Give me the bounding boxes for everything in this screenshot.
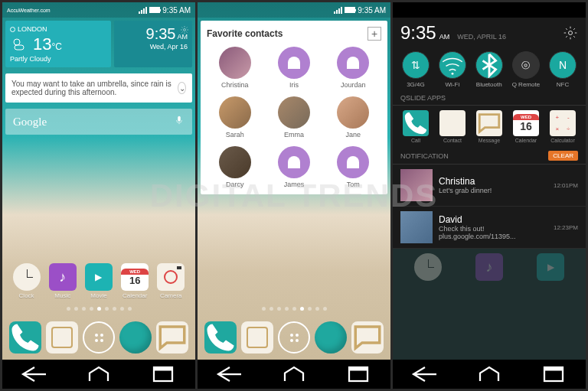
status-bar	[393, 2, 586, 18]
avatar-placeholder-icon	[337, 47, 369, 79]
dock-contacts[interactable]	[46, 321, 78, 354]
back-button[interactable]	[410, 365, 440, 383]
clear-button[interactable]: CLEAR	[548, 151, 578, 161]
contact-sarah[interactable]: Sarah	[207, 96, 263, 138]
dock-contacts[interactable]	[241, 321, 273, 354]
phone-screen-2: 9:35 AM Favorite contacts + Christina Ir…	[198, 2, 390, 389]
avatar	[278, 96, 310, 129]
quick-toggles: ⇅3G/4G Wi-Fi Bluetooth ⦾Q Remote NNFC	[393, 48, 586, 91]
phone-screen-3-notification-panel: 9:35AMWED, APRIL 16 ⇅3G/4G Wi-Fi Bluetoo…	[393, 2, 586, 389]
mic-icon[interactable]	[174, 115, 185, 129]
home-button[interactable]	[279, 365, 309, 383]
clock-widget[interactable]: 9:35AM Wed, Apr 16	[114, 21, 192, 67]
dock-browser[interactable]	[315, 321, 347, 354]
notification-david[interactable]: David Check this out! plus.google.com/11…	[393, 207, 586, 249]
clock-icon	[13, 263, 41, 291]
dock-browser[interactable]	[119, 321, 152, 354]
nav-bar	[393, 360, 586, 389]
toggle-qremote[interactable]: ⦾Q Remote	[512, 51, 540, 88]
clock-date: Wed, Apr 16	[150, 43, 188, 51]
avatar	[400, 169, 433, 201]
notification-header: NOTIFICATION	[400, 152, 449, 160]
svg-point-8	[451, 73, 453, 75]
music-app[interactable]: ♪Music	[49, 263, 77, 299]
notif-sender: Christina	[439, 176, 547, 187]
settings-gear-icon[interactable]	[563, 25, 578, 41]
google-search-bar[interactable]: Google	[5, 109, 192, 135]
dock	[198, 315, 390, 360]
camera-icon	[157, 263, 185, 291]
svg-point-1	[184, 29, 186, 31]
dock-apps[interactable]	[278, 321, 310, 354]
contacts-grid: Christina Iris Jourdan Sarah Emma Jane D…	[207, 47, 381, 188]
qslide-call[interactable]: Call	[403, 110, 429, 143]
home-button[interactable]	[474, 365, 505, 383]
chevron-down-icon[interactable]: ⌄	[178, 82, 186, 94]
dock-messages[interactable]	[156, 321, 188, 354]
notification-christina[interactable]: Christina Let's grab dinner! 12:01PM	[393, 165, 586, 207]
toggle-bluetooth[interactable]: Bluetooth	[475, 51, 503, 88]
toggle-3g4g[interactable]: ⇅3G/4G	[402, 51, 430, 88]
favorite-contacts-widget[interactable]: Favorite contacts + Christina Iris Jourd…	[201, 21, 387, 194]
dock-messages[interactable]	[351, 321, 384, 354]
avatar	[219, 146, 251, 178]
contact-jourdan[interactable]: Jourdan	[325, 47, 381, 89]
back-button[interactable]	[214, 365, 245, 383]
music-icon-dimmed: ♪	[475, 253, 503, 281]
calendar-icon: WED16	[121, 263, 149, 291]
dock-apps[interactable]	[83, 321, 115, 354]
calendar-app[interactable]: WED16Calendar	[121, 263, 149, 299]
battery-icon	[149, 7, 160, 13]
recent-button[interactable]	[538, 365, 569, 383]
recent-button[interactable]	[148, 365, 178, 383]
dock-phone[interactable]	[9, 321, 41, 354]
movie-icon-dimmed	[537, 253, 564, 281]
bluetooth-icon	[475, 51, 503, 79]
home-button[interactable]	[83, 365, 114, 383]
svg-rect-10	[544, 367, 563, 371]
dock-phone[interactable]	[204, 321, 237, 354]
recent-button[interactable]	[343, 365, 374, 383]
avatar-placeholder-icon	[278, 146, 310, 178]
back-button[interactable]	[19, 365, 50, 383]
movie-icon	[85, 263, 113, 291]
qremote-icon: ⦾	[512, 51, 540, 79]
avatar	[400, 211, 433, 243]
weather-tip-card[interactable]: You may want to take an umbrella, since …	[5, 73, 192, 103]
calculator-icon: +-×÷	[550, 110, 576, 136]
contact-tom[interactable]: Tom	[325, 146, 381, 188]
toggle-wifi[interactable]: Wi-Fi	[439, 51, 466, 88]
add-contact-button[interactable]: +	[368, 27, 381, 41]
weather-widget[interactable]: LONDON 13°C Partly Cloudy	[5, 21, 111, 67]
nfc-icon: N	[549, 51, 577, 79]
accuweather-label: AccuWeather.com	[7, 8, 51, 13]
qslide-calculator[interactable]: +-×÷Calculator	[550, 110, 576, 143]
qslide-message[interactable]: Message	[476, 110, 502, 143]
contact-emma[interactable]: Emma	[266, 96, 322, 138]
contact-james[interactable]: James	[266, 146, 322, 188]
page-indicator	[2, 302, 195, 315]
toggle-nfc[interactable]: NNFC	[549, 51, 577, 88]
signal-icon	[334, 7, 342, 14]
battery-icon	[345, 7, 355, 13]
google-logo: Google	[13, 116, 47, 129]
svg-rect-2	[178, 116, 181, 122]
wifi-icon	[439, 51, 466, 79]
contact-jane[interactable]: Jane	[325, 96, 381, 138]
notif-time: 12:23PM	[554, 224, 578, 231]
camera-app[interactable]: Camera	[157, 263, 185, 299]
qslide-calendar[interactable]: WED16Calendar	[513, 110, 539, 143]
contact-darcy[interactable]: Darcy	[207, 146, 263, 188]
contact-christina[interactable]: Christina	[207, 47, 263, 89]
status-time: 9:35 AM	[358, 6, 386, 15]
contact-iris[interactable]: Iris	[266, 47, 322, 89]
weather-temp: 13°C	[33, 34, 62, 54]
qslide-contact[interactable]: Contact	[439, 110, 466, 143]
svg-rect-4	[154, 367, 172, 371]
avatar-placeholder-icon	[278, 47, 310, 79]
movie-app[interactable]: Movie	[85, 263, 113, 299]
message-icon	[476, 110, 502, 136]
weather-partly-cloudy-icon	[10, 35, 28, 54]
gear-icon[interactable]	[180, 24, 189, 33]
clock-app[interactable]: Clock	[13, 263, 41, 299]
